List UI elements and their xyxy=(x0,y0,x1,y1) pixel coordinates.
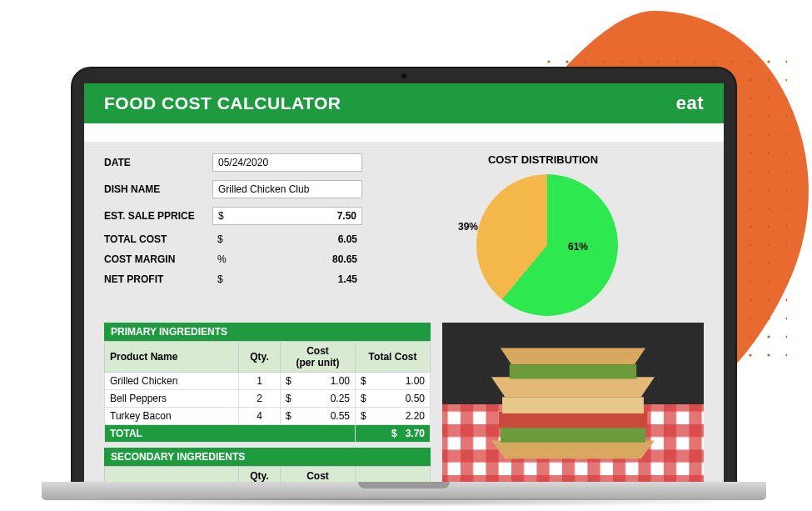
primary-total-row: TOTAL $ 3.70 xyxy=(105,425,431,443)
header-divider xyxy=(84,123,724,142)
dish-row: DISH NAME Grilled Chicken Club xyxy=(104,180,371,198)
sandwich-illustration-icon xyxy=(442,323,704,482)
price-value: 7.50 xyxy=(337,210,356,222)
col-qty: Qty. xyxy=(239,467,281,483)
cell-name: Bell Peppers xyxy=(105,390,239,408)
col-blank-2 xyxy=(356,467,431,483)
margin-unit: % xyxy=(217,253,227,265)
profit-row: NET PROFIT $ 1.45 xyxy=(104,273,371,285)
profit-currency: $ xyxy=(217,273,223,285)
pie-chart: 39% 61% xyxy=(451,174,635,316)
table-row: Bell Peppers2$0.25$0.50 xyxy=(105,390,431,408)
profit-readout: $ 1.45 xyxy=(212,273,362,285)
cell-name: Turkey Bacon xyxy=(105,408,239,425)
pie-slice-label-1: 61% xyxy=(568,241,588,253)
col-total-cost: Total Cost xyxy=(356,342,431,373)
cell-cost: $0.25 xyxy=(281,390,356,408)
svg-rect-9 xyxy=(502,397,644,413)
cell-name: Grilled Chicken xyxy=(105,373,239,390)
total-cost-label: TOTAL COST xyxy=(104,233,212,245)
cell-total: $0.50 xyxy=(356,390,431,408)
primary-total-label: TOTAL xyxy=(105,425,356,443)
margin-label: COST MARGIN xyxy=(104,253,212,265)
margin-value: 80.65 xyxy=(332,253,357,265)
col-qty: Qty. xyxy=(239,342,281,373)
dish-photo xyxy=(442,323,704,482)
photo-placeholder xyxy=(442,323,704,482)
laptop-screen: FOOD COST CALCULATOR eat DATE 05/24/2020… xyxy=(84,83,724,482)
webcam-icon xyxy=(401,73,406,78)
secondary-ingredients-header: SECONDARY INGREDIENTS xyxy=(104,448,431,466)
sale-price-input[interactable]: $ 7.50 xyxy=(212,207,362,225)
col-blank xyxy=(105,467,239,483)
col-product-name: Product Name xyxy=(105,342,239,373)
ingredient-tables: PRIMARY INGREDIENTS Product Name Qty. Co… xyxy=(104,323,431,482)
date-value: 05/24/2020 xyxy=(218,157,268,168)
total-cost-currency: $ xyxy=(217,233,223,245)
col-cost: Cost xyxy=(281,467,356,483)
tables-area: PRIMARY INGREDIENTS Product Name Qty. Co… xyxy=(84,316,724,482)
margin-row: COST MARGIN % 80.65 xyxy=(104,253,371,265)
primary-ingredients-header: PRIMARY INGREDIENTS xyxy=(104,323,431,341)
cell-cost: $1.00 xyxy=(281,373,356,390)
table-row: Grilled Chicken1$1.00$1.00 xyxy=(105,373,431,390)
cell-total: $2.20 xyxy=(356,408,431,425)
primary-total-val: 3.70 xyxy=(406,428,425,439)
brand-logo: eat xyxy=(676,93,704,114)
svg-rect-10 xyxy=(510,364,636,378)
profit-label: NET PROFIT xyxy=(104,273,212,285)
price-label: EST. SALE PPRICE xyxy=(104,210,212,222)
svg-rect-8 xyxy=(499,412,648,428)
table-header-row: Qty. Cost xyxy=(105,467,431,483)
laptop-mockup: FOOD COST CALCULATOR eat DATE 05/24/2020… xyxy=(42,67,766,511)
dish-label: DISH NAME xyxy=(104,183,212,195)
cell-qty: 4 xyxy=(239,408,281,425)
stage: FOOD COST CALCULATOR eat DATE 05/24/2020… xyxy=(0,0,812,511)
summary-panel: DATE 05/24/2020 DISH NAME Grilled Chicke… xyxy=(84,142,724,316)
price-currency: $ xyxy=(218,210,224,222)
form-fields: DATE 05/24/2020 DISH NAME Grilled Chicke… xyxy=(104,153,371,316)
total-cost-readout: $ 6.05 xyxy=(212,233,362,245)
app-header: FOOD COST CALCULATOR eat xyxy=(84,83,724,123)
pie-slice-label-0: 39% xyxy=(458,221,478,233)
primary-ingredients-table: Product Name Qty. Cost (per unit) Total … xyxy=(104,341,431,443)
laptop-bezel: FOOD COST CALCULATOR eat DATE 05/24/2020… xyxy=(71,67,737,483)
total-cost-value: 6.05 xyxy=(338,233,357,245)
table-row: Turkey Bacon4$0.55$2.20 xyxy=(105,408,431,425)
dish-name-input[interactable]: Grilled Chicken Club xyxy=(212,180,362,198)
total-cost-row: TOTAL COST $ 6.05 xyxy=(104,233,371,245)
date-input[interactable]: 05/24/2020 xyxy=(212,153,362,172)
profit-value: 1.45 xyxy=(338,273,357,285)
margin-readout: % 80.65 xyxy=(212,253,362,265)
page-title: FOOD COST CALCULATOR xyxy=(104,93,341,113)
dish-value: Grilled Chicken Club xyxy=(218,183,309,195)
primary-total-sym: $ xyxy=(391,428,397,439)
cell-cost: $0.55 xyxy=(281,408,356,425)
laptop-shadow xyxy=(58,497,750,507)
price-row: EST. SALE PPRICE $ 7.50 xyxy=(104,207,371,225)
col-cost-per-unit: Cost (per unit) xyxy=(281,342,356,373)
cell-qty: 1 xyxy=(239,373,281,390)
cell-total: $1.00 xyxy=(356,373,431,390)
table-header-row: Product Name Qty. Cost (per unit) Total … xyxy=(105,342,431,373)
cell-qty: 2 xyxy=(239,390,281,408)
chart-panel: COST DISTRIBUTION 39% 61% xyxy=(382,153,704,316)
secondary-ingredients-table: Qty. Cost xyxy=(104,466,431,482)
pie-graphic xyxy=(476,174,618,316)
date-label: DATE xyxy=(104,157,212,168)
date-row: DATE 05/24/2020 xyxy=(104,153,371,172)
primary-total-value: $ 3.70 xyxy=(356,425,431,443)
chart-title: COST DISTRIBUTION xyxy=(382,153,704,166)
